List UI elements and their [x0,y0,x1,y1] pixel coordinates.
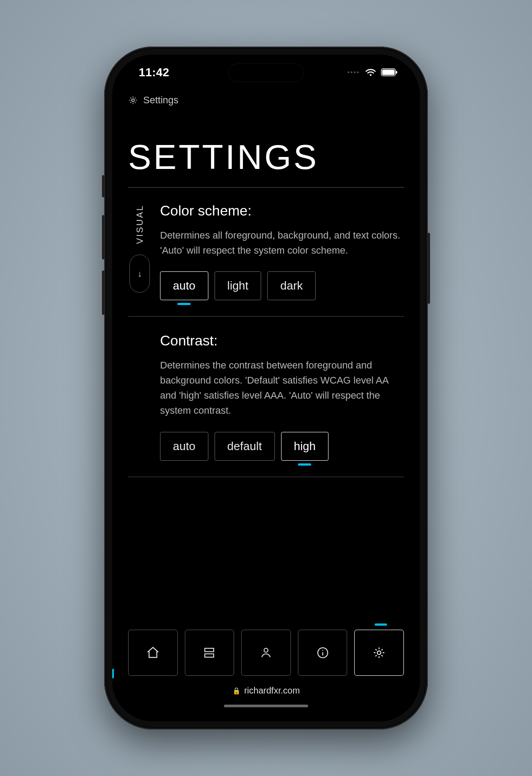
info-icon [316,646,329,659]
browser-url: richardfxr.com [244,686,300,696]
section-heading: Contrast: [160,333,404,349]
lock-icon: 🔒 [232,687,241,695]
svg-rect-5 [205,654,214,658]
browser-url-bar[interactable]: 🔒 richardfxr.com [128,676,404,700]
gear-icon [372,646,386,659]
color-scheme-options: auto light dark [160,271,404,300]
nav-settings[interactable] [354,630,404,676]
phone-screen: 11:42 [112,55,420,721]
bottom-nav [128,630,404,676]
svg-point-6 [264,648,268,652]
svg-rect-2 [396,71,397,74]
phone-side-button [102,175,105,197]
option-color-scheme-dark[interactable]: dark [267,271,316,300]
nav-left-indicator [112,669,114,678]
option-color-scheme-auto[interactable]: auto [160,271,208,300]
home-indicator[interactable] [224,705,308,707]
cellular-dots-icon [348,71,359,73]
status-time: 11:42 [139,66,169,79]
option-contrast-high[interactable]: high [281,432,329,461]
contrast-options: auto default high [160,432,404,461]
phone-side-button [102,215,105,259]
page-title: SETTINGS [128,137,404,177]
breadcrumb[interactable]: Settings [128,94,404,106]
battery-icon [381,68,398,76]
svg-rect-1 [382,70,395,75]
scroll-down-button[interactable]: ↓ [129,255,150,293]
section-side-column: VISUAL ↓ [128,203,151,300]
svg-point-10 [377,651,381,655]
option-contrast-default[interactable]: default [215,432,275,461]
title-divider [128,187,404,188]
phone-frame: 11:42 [104,47,428,729]
phone-side-button [102,270,105,315]
section-description: Determines the contrast between foregrou… [160,358,404,418]
nav-about[interactable] [241,630,291,676]
svg-rect-4 [205,648,214,652]
option-contrast-auto[interactable]: auto [160,432,208,461]
phone-side-button [427,233,430,304]
status-bar: 11:42 [112,55,420,90]
section-heading: Color scheme: [160,203,404,219]
svg-point-9 [322,650,323,651]
section-side-label: VISUAL [135,204,145,244]
bottom-nav-wrap: 🔒 richardfxr.com [112,625,420,721]
nav-projects[interactable] [185,630,235,676]
wifi-icon [365,68,376,77]
person-icon [259,646,273,659]
section-contrast: Contrast: Determines the contrast betwee… [128,333,404,477]
svg-point-3 [132,99,134,102]
breadcrumb-label: Settings [143,94,179,106]
section-color-scheme: VISUAL ↓ Color scheme: Determines all fo… [128,203,404,317]
dynamic-island [228,63,304,82]
gear-icon [128,95,138,105]
list-icon [203,646,216,659]
home-icon [146,646,160,660]
status-right [348,68,398,77]
arrow-down-icon: ↓ [137,269,142,279]
page-content: Settings SETTINGS VISUAL ↓ Color scheme:… [112,90,420,625]
section-description: Determines all foreground, background, a… [160,228,404,258]
option-color-scheme-light[interactable]: light [215,271,262,300]
nav-info[interactable] [298,630,348,676]
nav-home[interactable] [128,630,178,676]
nav-active-indicator [375,623,387,626]
